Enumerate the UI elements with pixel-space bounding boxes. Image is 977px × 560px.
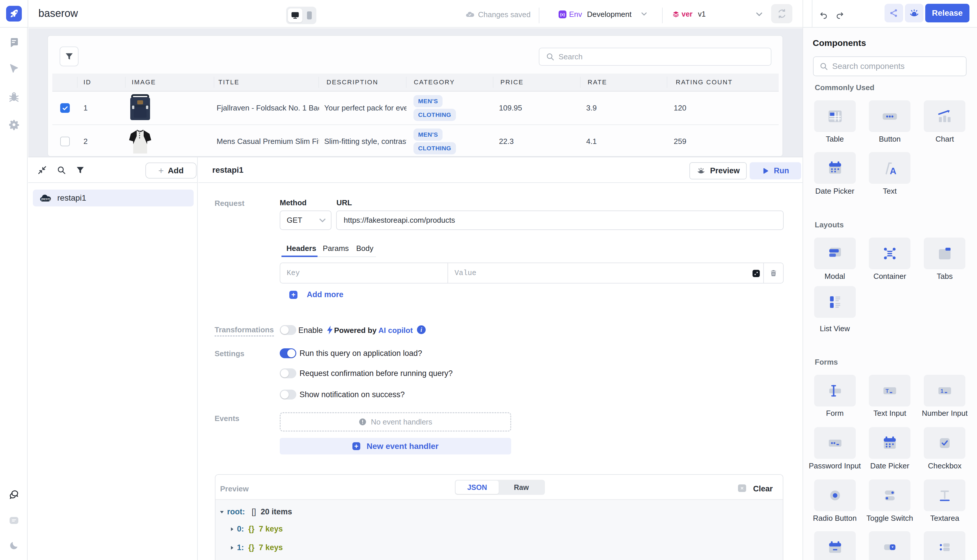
svg-text:{REST}: {REST} xyxy=(41,198,50,201)
svg-text:A: A xyxy=(890,166,897,176)
svg-text:T: T xyxy=(885,388,889,394)
svg-text:1: 1 xyxy=(940,388,943,394)
